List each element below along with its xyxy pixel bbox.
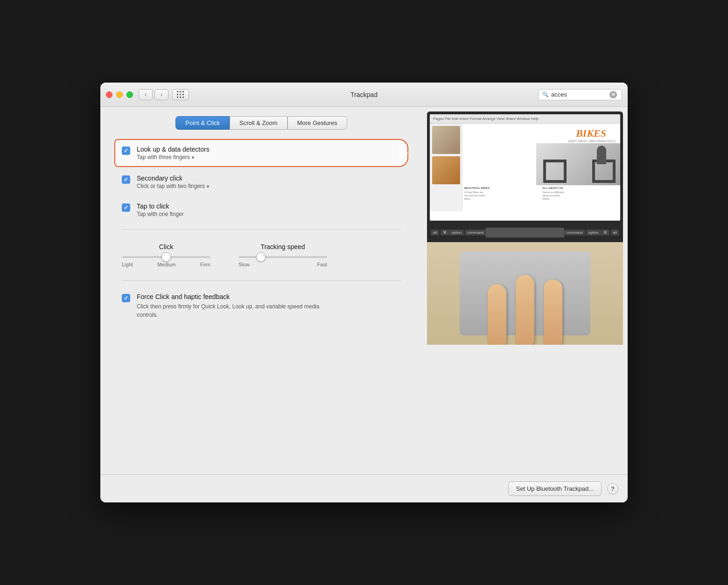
titlebar: ‹ › Trackpad 🔍 ✕ — [100, 83, 628, 107]
close-button[interactable] — [106, 91, 112, 98]
right-panel: Pages File Edit Insert Format Arrange Vi… — [422, 107, 628, 474]
preview-main-content: BIKES EAST WEST, SAN FRANCISCO — [462, 124, 620, 211]
click-slider-label: Click — [159, 243, 173, 251]
preview-person — [597, 146, 606, 164]
preview-subtitle: EAST WEST, SAN FRANCISCO — [568, 139, 616, 143]
setting-tap-title: Tap to click — [137, 202, 184, 210]
preview-toolbar: Pages File Edit Insert Format Arrange Vi… — [430, 114, 620, 124]
preview-container: Pages File Edit Insert Format Arrange Vi… — [427, 111, 623, 470]
fingers-container — [488, 275, 562, 345]
setting-secondary-title: Secondary click — [137, 174, 209, 182]
divider-2 — [122, 280, 401, 281]
preview-screen: Pages File Edit Insert Format Arrange Vi… — [427, 111, 623, 223]
dropdown-arrow-icon: ▾ — [192, 155, 194, 160]
checkbox-secondary-click[interactable]: ✓ — [122, 175, 130, 184]
force-click-description: Click then press firmly for Quick Look, … — [137, 302, 333, 319]
key-option-left: option — [449, 230, 464, 236]
force-click-title: Force Click and haptic feedback — [137, 293, 333, 300]
key-cmd-left-symbol: ⌘ — [441, 230, 449, 236]
window-title: Trackpad — [350, 91, 378, 98]
key-option-right: option — [586, 230, 601, 236]
preview-text-col-2: ALL ABOUT US During our childhoodriding … — [542, 186, 618, 209]
force-click-text: Force Click and haptic feedback Click th… — [137, 293, 333, 319]
key-command-right: command — [564, 230, 585, 236]
setting-secondary-click: ✓ Secondary click Click or tap with two … — [114, 168, 408, 196]
tab-scroll-zoom[interactable]: Scroll & Zoom — [230, 116, 287, 130]
preview-wheel-left — [543, 160, 567, 183]
preview-bike-image — [536, 143, 620, 185]
click-slider-thumb[interactable] — [161, 252, 171, 262]
dropdown-arrow-icon: ▾ — [207, 184, 209, 189]
maximize-button[interactable] — [126, 91, 133, 98]
finger-1 — [488, 284, 506, 345]
preview-text-col-1: BEAUTIFUL BIKES At Easy Bikes, welove an… — [464, 186, 540, 209]
traffic-lights — [106, 91, 133, 98]
search-box[interactable]: 🔍 ✕ — [538, 89, 622, 100]
search-clear-button[interactable]: ✕ — [609, 91, 617, 98]
preview-sidebar-image-1 — [432, 126, 460, 154]
click-label-light: Light — [122, 262, 133, 267]
checkmark-icon: ✓ — [124, 176, 128, 183]
bottom-bar: Set Up Bluetooth Trackpad... ? — [100, 474, 628, 502]
search-icon: 🔍 — [542, 91, 549, 98]
finger-2 — [516, 275, 534, 345]
left-panel: Point & Click Scroll & Zoom More Gesture… — [100, 107, 422, 474]
keyboard-left-group: alt ⌘ — [431, 230, 449, 236]
preview-keyboard: alt ⌘ option command command option ⌘ a — [427, 223, 623, 242]
tracking-label-fast: Fast — [317, 262, 327, 267]
sliders-section: Click Light Medium Firm Tracking speed — [114, 236, 408, 275]
settings-list: ✓ Look up & data detectors Tap with thre… — [114, 139, 408, 224]
keyboard-right-group: ⌘ alt — [601, 230, 619, 236]
key-alt-left: alt — [431, 230, 439, 236]
checkbox-tap-to-click[interactable]: ✓ — [122, 203, 130, 212]
setting-secondary-text: Secondary click Click or tap with two fi… — [137, 174, 209, 189]
setting-look-up-text: Look up & data detectors Tap with three … — [137, 146, 210, 160]
key-alt-right: alt — [611, 230, 619, 236]
tracking-slider-labels: Slow Fast — [238, 262, 327, 267]
checkmark-icon: ✓ — [124, 147, 128, 154]
keyboard-left-labels: option command — [449, 230, 486, 236]
setting-look-up-subtitle[interactable]: Tap with three fingers ▾ — [137, 154, 210, 160]
preview-sidebar — [430, 124, 462, 211]
search-input[interactable] — [551, 91, 607, 98]
tracking-slider-label: Tracking speed — [260, 243, 305, 251]
preview-sidebar-image-2 — [432, 156, 460, 184]
forward-button[interactable]: › — [154, 89, 168, 100]
checkmark-icon: ✓ — [124, 204, 128, 211]
tab-point-click[interactable]: Point & Click — [175, 116, 230, 130]
key-cmd-right-symbol: ⌘ — [601, 230, 609, 236]
tracking-slider-thumb[interactable] — [256, 252, 266, 262]
bluetooth-trackpad-button[interactable]: Set Up Bluetooth Trackpad... — [508, 481, 602, 496]
checkmark-icon: ✓ — [124, 295, 128, 301]
setting-tap-text: Tap to click Tap with one finger — [137, 202, 184, 217]
back-button[interactable]: ‹ — [139, 89, 153, 100]
window: ‹ › Trackpad 🔍 ✕ Point & Click Scroll & … — [100, 83, 628, 502]
grid-button[interactable] — [172, 89, 189, 100]
toolbar-item: Pages File Edit Insert Format Arrange Vi… — [432, 116, 540, 121]
grid-icon — [177, 91, 184, 98]
help-button[interactable]: ? — [607, 483, 618, 494]
setting-tap-subtitle: Tap with one finger — [137, 211, 184, 217]
tracking-label-slow: Slow — [238, 262, 250, 267]
key-command-left: command — [465, 230, 486, 236]
preview-bikes-text: BIKES — [576, 127, 606, 139]
tab-bar: Point & Click Scroll & Zoom More Gesture… — [114, 116, 408, 130]
click-slider-labels: Light Medium Firm — [122, 262, 210, 267]
setting-tap-to-click: ✓ Tap to click Tap with one finger — [114, 196, 408, 224]
preview-screen-inner: Pages File Edit Insert Format Arrange Vi… — [430, 114, 620, 221]
preview-text-area: BEAUTIFUL BIKES At Easy Bikes, welove an… — [462, 184, 620, 211]
tab-more-gestures[interactable]: More Gestures — [287, 116, 347, 130]
setting-look-up-title: Look up & data detectors — [137, 146, 210, 153]
tracking-slider-group: Tracking speed Slow Fast — [238, 243, 327, 267]
tracking-slider-track[interactable] — [238, 256, 327, 258]
checkbox-look-up[interactable]: ✓ — [122, 146, 130, 155]
nav-buttons: ‹ › — [139, 89, 168, 100]
content-area: Point & Click Scroll & Zoom More Gesture… — [100, 107, 628, 474]
checkbox-force-click[interactable]: ✓ — [122, 294, 130, 302]
minimize-button[interactable] — [116, 91, 123, 98]
preview-content-area: BIKES EAST WEST, SAN FRANCISCO — [430, 124, 620, 211]
click-label-medium: Medium — [157, 262, 175, 267]
setting-secondary-subtitle[interactable]: Click or tap with two fingers ▾ — [137, 183, 209, 189]
click-slider-track[interactable] — [122, 256, 210, 258]
click-label-firm: Firm — [200, 262, 210, 267]
